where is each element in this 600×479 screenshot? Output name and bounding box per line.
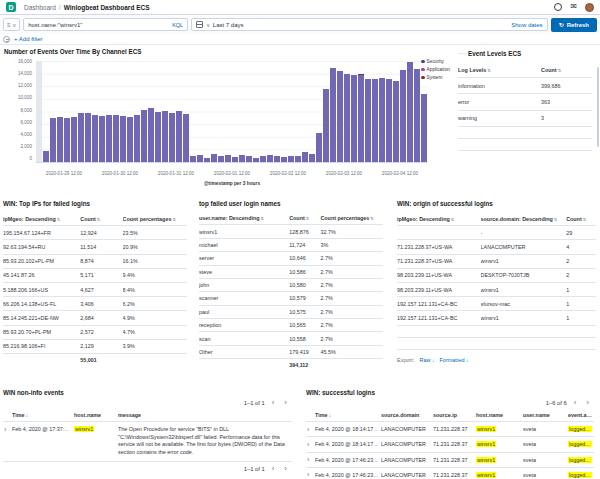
expand-row-icon[interactable]: ›	[3, 422, 12, 436]
bar[interactable]	[239, 155, 245, 162]
column-header-time[interactable]: Time↓	[315, 408, 381, 421]
export-formatted-link[interactable]: Formatted ↓	[439, 357, 468, 363]
bar[interactable]	[295, 156, 301, 162]
bar[interactable]	[92, 115, 98, 162]
column-header-username[interactable]: user.name: Descending	[199, 212, 289, 224]
saved-query-menu-button[interactable]: ≡ ∨	[3, 18, 20, 31]
bar[interactable]	[162, 111, 168, 162]
column-header-username[interactable]: user.name	[523, 408, 568, 421]
bar[interactable]	[372, 79, 378, 162]
scrollbar[interactable]	[597, 67, 600, 147]
show-dates-link[interactable]: Show dates	[511, 22, 542, 28]
time-range-label[interactable]: Last 7 days	[213, 22, 244, 28]
expand-row-icon[interactable]: ›	[306, 437, 315, 451]
column-header-message[interactable]: message	[118, 408, 292, 421]
column-header-count-percentages[interactable]: Count percentages	[320, 212, 383, 224]
next-page-icon[interactable]: ›	[281, 465, 290, 473]
bar[interactable]	[50, 118, 56, 162]
bar[interactable]	[43, 151, 49, 162]
filter-options-icon[interactable]	[3, 36, 10, 43]
expand-row-icon[interactable]: ›	[306, 422, 315, 436]
prev-page-icon[interactable]: ‹	[269, 465, 278, 473]
bar[interactable]	[120, 116, 126, 162]
column-header-source-domain[interactable]: source.domain	[381, 408, 433, 421]
bar[interactable]	[365, 79, 371, 162]
bar[interactable]	[253, 158, 259, 162]
bar[interactable]	[148, 108, 154, 162]
bar[interactable]	[281, 157, 287, 162]
column-header-count-percentages[interactable]: Count percentages	[123, 212, 187, 225]
help-icon[interactable]	[554, 3, 562, 11]
bar[interactable]	[351, 75, 357, 162]
bar[interactable]	[176, 111, 182, 162]
bar[interactable]	[260, 156, 266, 162]
kql-label[interactable]: KQL	[168, 22, 183, 28]
bar[interactable]	[71, 117, 77, 162]
bar[interactable]	[169, 113, 175, 162]
bar[interactable]	[414, 69, 420, 162]
newsfeed-icon[interactable]: ✉	[570, 3, 577, 11]
breadcrumb-dashboard[interactable]: Dashboard	[24, 4, 56, 11]
bar[interactable]	[246, 156, 252, 162]
bar[interactable]	[211, 154, 217, 162]
bar[interactable]	[330, 68, 336, 162]
column-header-hostname[interactable]: host.name	[74, 408, 118, 421]
column-header-time[interactable]: Time↓	[12, 408, 74, 421]
dashboard-app-icon[interactable]: D	[6, 2, 16, 12]
bar[interactable]	[64, 118, 70, 162]
column-header-count[interactable]: Count	[541, 62, 592, 77]
bar[interactable]	[225, 155, 231, 162]
bar[interactable]	[99, 116, 105, 162]
expand-row-icon[interactable]: ›	[306, 468, 315, 479]
bar[interactable]	[197, 155, 203, 162]
bar[interactable]	[407, 62, 413, 162]
bar[interactable]	[57, 117, 63, 162]
bar[interactable]	[274, 156, 280, 162]
bar[interactable]	[232, 157, 238, 162]
column-header-ipmgeo[interactable]: ipMgeo: Descending	[3, 212, 80, 225]
add-filter-link[interactable]: + Add filter	[14, 36, 43, 42]
bar[interactable]	[344, 74, 350, 162]
bar[interactable]	[323, 89, 329, 162]
bar[interactable]	[190, 156, 196, 162]
bar[interactable]	[106, 115, 112, 162]
bar[interactable]	[141, 110, 147, 162]
bar[interactable]	[386, 79, 392, 162]
bar[interactable]	[316, 133, 322, 162]
bar[interactable]	[302, 152, 308, 162]
user-avatar[interactable]	[585, 3, 594, 12]
prev-page-icon[interactable]: ‹	[269, 399, 278, 407]
prev-page-icon[interactable]: ‹	[571, 399, 580, 407]
legend-item-application[interactable]: Application	[421, 67, 450, 72]
legend-item-system[interactable]: System	[421, 75, 450, 80]
bar[interactable]	[204, 158, 210, 162]
export-raw-link[interactable]: Raw ↓	[419, 357, 434, 363]
column-header-count[interactable]: Count	[566, 212, 596, 225]
column-header-source-ip[interactable]: source.ip	[433, 408, 476, 421]
bar[interactable]	[309, 154, 315, 162]
bar[interactable]	[379, 78, 385, 162]
column-header-log-levels[interactable]: Log Levels	[458, 62, 541, 77]
column-header-source-domain[interactable]: source.domain: Descending	[481, 212, 567, 225]
bar[interactable]	[421, 94, 427, 162]
search-query-input[interactable]: host.name:"winsrv1" KQL	[23, 18, 188, 31]
bar[interactable]	[78, 113, 84, 162]
refresh-button[interactable]: ↻ Refresh	[551, 18, 597, 32]
bar[interactable]	[218, 156, 224, 162]
bar[interactable]	[337, 71, 343, 162]
column-header-count[interactable]: Count	[80, 212, 122, 225]
bar[interactable]	[85, 113, 91, 162]
bar[interactable]	[183, 114, 189, 162]
bar[interactable]	[400, 70, 406, 162]
legend-item-security[interactable]: Security	[421, 59, 450, 64]
column-header-count[interactable]: Count	[289, 212, 320, 224]
column-header-event-action[interactable]: event.action	[568, 408, 594, 421]
date-picker[interactable]: ∨ Last 7 days Show dates	[191, 18, 547, 31]
bar[interactable]	[155, 112, 161, 162]
next-page-icon[interactable]: ›	[281, 399, 290, 407]
column-header-hostname[interactable]: host.name	[476, 408, 523, 421]
bar[interactable]	[127, 117, 133, 162]
next-page-icon[interactable]: ›	[583, 399, 592, 407]
bar[interactable]	[134, 115, 140, 162]
bar[interactable]	[288, 156, 294, 162]
